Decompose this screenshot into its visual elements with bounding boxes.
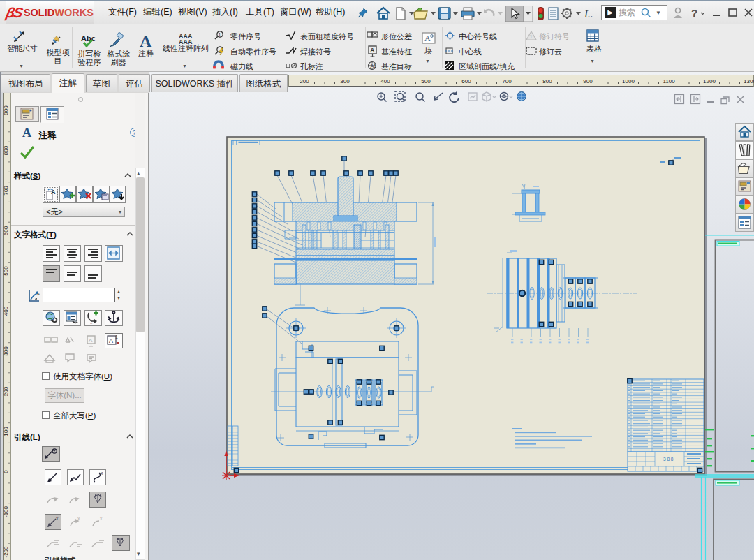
svg-text:x: x: [56, 516, 59, 521]
svg-text:A: A: [140, 32, 152, 50]
svg-text:I..: I..: [584, 8, 593, 20]
svg-text:A: A: [89, 337, 93, 344]
svg-text:x: x: [100, 516, 103, 521]
svg-text:200: 200: [3, 386, 9, 396]
svg-text:100: 100: [3, 427, 9, 436]
svg-text:A: A: [37, 292, 40, 296]
svg-text:A1: A1: [370, 64, 376, 68]
svg-text:1: 1: [115, 334, 118, 339]
svg-text:?: ?: [691, 7, 697, 19]
svg-text:700: 700: [3, 186, 9, 196]
svg-text:3 8 8: 3 8 8: [663, 457, 674, 462]
svg-text:x: x: [101, 471, 103, 476]
svg-text:800: 800: [3, 145, 9, 155]
svg-text:A: A: [424, 34, 431, 43]
svg-text:Abc: Abc: [81, 34, 96, 43]
svg-text:900: 900: [3, 105, 9, 115]
svg-text:-100: -100: [3, 506, 9, 517]
svg-text:A: A: [370, 47, 375, 54]
svg-text:1: 1: [530, 34, 533, 40]
svg-text:400: 400: [3, 306, 9, 316]
svg-text:600: 600: [3, 226, 9, 235]
svg-text:500: 500: [3, 266, 9, 276]
svg-text:-200: -200: [3, 546, 9, 558]
svg-text:0: 0: [3, 470, 9, 473]
svg-text:x: x: [77, 516, 80, 521]
svg-text:A: A: [109, 337, 113, 344]
svg-text:..: ..: [90, 320, 93, 325]
svg-text:300: 300: [3, 346, 9, 356]
svg-text:1: 1: [219, 32, 221, 37]
